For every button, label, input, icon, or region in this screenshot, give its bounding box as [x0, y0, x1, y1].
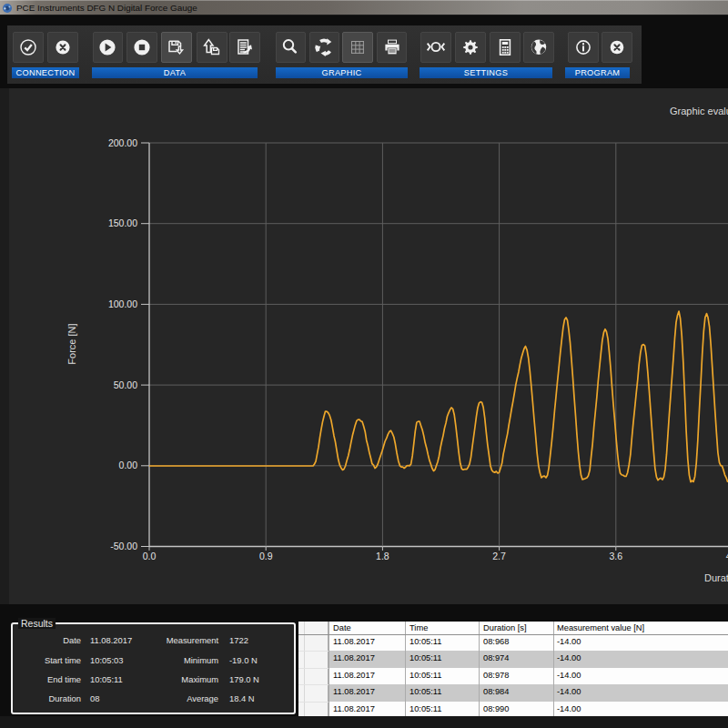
svg-text:0.00: 0.00: [119, 460, 138, 470]
svg-text:0.9: 0.9: [259, 551, 273, 561]
svg-text:100.00: 100.00: [108, 298, 137, 309]
svg-text:50.00: 50.00: [114, 379, 137, 390]
svg-text:-50.00: -50.00: [110, 541, 137, 551]
svg-text:150.00: 150.00: [108, 217, 137, 228]
svg-text:Duration [s]: Duration [s]: [704, 572, 728, 583]
svg-text:0.0: 0.0: [143, 551, 157, 561]
svg-text:Graphic evaluation: Graphic evaluation: [670, 106, 728, 116]
svg-text:1.8: 1.8: [376, 551, 389, 561]
svg-text:200.00: 200.00: [108, 137, 137, 148]
svg-text:2.7: 2.7: [492, 551, 506, 561]
svg-text:Force [N]: Force [N]: [66, 323, 77, 364]
svg-text:3.6: 3.6: [609, 551, 622, 561]
